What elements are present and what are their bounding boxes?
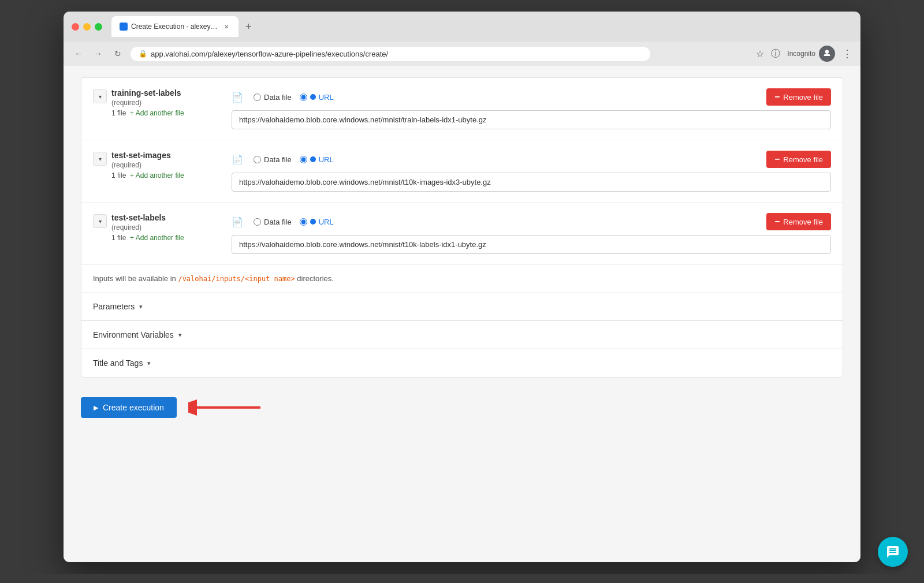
url-text: app.valohai.com/p/alexey/tensorflow-azur…: [151, 50, 388, 58]
info-icon[interactable]: ⓘ: [771, 48, 780, 60]
active-tab[interactable]: Create Execution - alexey/tens ✕: [111, 16, 239, 37]
address-bar-row: ← → ↻ 🔒 app.valohai.com/p/alexey/tensorf…: [64, 42, 860, 66]
incognito-avatar: [819, 46, 835, 62]
file-icon-3: 📄: [232, 216, 243, 227]
env-vars-chevron: ▾: [178, 331, 182, 339]
input-row-training-set-labels: ▾ training-set-labels (required) 1 file …: [81, 78, 843, 140]
parameters-header[interactable]: Parameters ▾: [81, 293, 843, 320]
browser-actions: ☆ ⓘ Incognito ⋮: [756, 46, 852, 62]
traffic-lights: [72, 23, 102, 31]
remove-file-btn-1[interactable]: Remove file: [766, 88, 831, 106]
star-icon[interactable]: ☆: [756, 48, 764, 59]
file-type-options-3: 📄 Data file URL: [232, 216, 334, 227]
file-icon-2: 📄: [232, 154, 243, 165]
input-right-3: 📄 Data file URL Remove file: [232, 213, 831, 254]
parameters-section: Parameters ▾: [81, 293, 843, 321]
input-name-3: test-set-labels: [111, 213, 220, 222]
close-button[interactable]: [72, 23, 79, 31]
env-vars-section: Environment Variables ▾: [81, 321, 843, 349]
chat-bubble[interactable]: [878, 537, 908, 567]
minimize-button[interactable]: [83, 23, 91, 31]
file-icon-1: 📄: [232, 92, 243, 103]
parameters-chevron: ▾: [139, 303, 143, 311]
url-radio-dot-1: [310, 94, 316, 100]
add-file-btn-2[interactable]: + Add another file: [130, 171, 184, 180]
input-row-test-set-labels: ▾ test-set-labels (required) 1 file + Ad…: [81, 203, 843, 265]
input-count-2: 1 file + Add another file: [111, 171, 220, 180]
file-type-row-3: 📄 Data file URL Remove file: [232, 213, 831, 230]
file-type-row-2: 📄 Data file URL Remove file: [232, 151, 831, 168]
page-content: ▾ training-set-labels (required) 1 file …: [64, 66, 860, 562]
add-file-btn-3[interactable]: + Add another file: [130, 234, 184, 242]
tab-favicon: [120, 23, 128, 31]
parameters-label: Parameters: [93, 302, 135, 311]
input-right-2: 📄 Data file URL Remove file: [232, 151, 831, 192]
title-tags-chevron: ▾: [147, 360, 151, 367]
data-file-option-1[interactable]: Data file: [254, 93, 292, 102]
input-name-1: training-set-labels: [111, 88, 220, 98]
info-prefix: Inputs will be available in: [93, 274, 178, 283]
input-required-1: (required): [111, 99, 220, 107]
input-right-1: 📄 Data file URL Remove file: [232, 88, 831, 129]
browser-window: Create Execution - alexey/tens ✕ + ← → ↻…: [64, 12, 860, 562]
input-name-2: test-set-images: [111, 151, 220, 160]
reload-button[interactable]: ↻: [111, 47, 125, 61]
tab-title: Create Execution - alexey/tens: [131, 23, 219, 31]
new-tab-button[interactable]: +: [242, 21, 255, 33]
remove-file-btn-3[interactable]: Remove file: [766, 213, 831, 230]
url-option-1[interactable]: URL: [300, 93, 334, 102]
collapse-btn-2[interactable]: ▾: [93, 152, 107, 166]
url-input-3[interactable]: [232, 235, 831, 254]
incognito-label: Incognito: [787, 46, 835, 62]
input-label-block-3: test-set-labels (required) 1 file + Add …: [111, 213, 220, 242]
arrow-annotation: [188, 395, 263, 420]
back-button[interactable]: ←: [72, 47, 85, 61]
info-suffix: directories.: [295, 274, 334, 283]
collapse-btn-3[interactable]: ▾: [93, 214, 107, 228]
url-radio-dot-3: [310, 219, 316, 225]
input-row-test-set-images: ▾ test-set-images (required) 1 file + Ad…: [81, 140, 843, 203]
file-type-row-1: 📄 Data file URL Remove file: [232, 88, 831, 106]
browser-titlebar: Create Execution - alexey/tens ✕ +: [64, 12, 860, 42]
maximize-button[interactable]: [95, 23, 102, 31]
input-left-training-set-labels: ▾ training-set-labels (required) 1 file …: [93, 88, 220, 117]
input-count-3: 1 file + Add another file: [111, 234, 220, 242]
env-vars-header[interactable]: Environment Variables ▾: [81, 321, 843, 349]
input-required-2: (required): [111, 161, 220, 169]
input-left-test-set-labels: ▾ test-set-labels (required) 1 file + Ad…: [93, 213, 220, 242]
address-bar[interactable]: 🔒 app.valohai.com/p/alexey/tensorflow-az…: [131, 47, 650, 61]
data-file-option-2[interactable]: Data file: [254, 155, 292, 164]
title-tags-label: Title and Tags: [93, 358, 143, 368]
forward-button[interactable]: →: [91, 47, 105, 61]
info-text: Inputs will be available in /valohai/inp…: [81, 265, 843, 293]
url-option-3[interactable]: URL: [300, 218, 334, 226]
url-option-2[interactable]: URL: [300, 155, 334, 164]
file-type-options-1: 📄 Data file URL: [232, 92, 334, 103]
input-required-3: (required): [111, 223, 220, 231]
tab-bar: Create Execution - alexey/tens ✕ +: [111, 16, 852, 37]
lock-icon: 🔒: [139, 50, 147, 58]
input-label-block-1: training-set-labels (required) 1 file + …: [111, 88, 220, 117]
data-file-option-3[interactable]: Data file: [254, 218, 292, 226]
url-input-2[interactable]: [232, 173, 831, 192]
url-input-1[interactable]: [232, 110, 831, 129]
url-radio-dot-2: [310, 156, 316, 162]
form-container: ▾ training-set-labels (required) 1 file …: [81, 77, 843, 378]
remove-file-btn-2[interactable]: Remove file: [766, 151, 831, 168]
create-execution-button[interactable]: Create execution: [81, 397, 177, 418]
input-left-test-set-images: ▾ test-set-images (required) 1 file + Ad…: [93, 151, 220, 180]
tab-close-icon[interactable]: ✕: [222, 23, 230, 31]
env-vars-label: Environment Variables: [93, 330, 174, 339]
info-code: /valohai/inputs/<input name>: [178, 275, 295, 283]
input-count-1: 1 file + Add another file: [111, 109, 220, 117]
file-type-options-2: 📄 Data file URL: [232, 154, 334, 165]
bottom-actions: Create execution: [81, 378, 843, 432]
input-label-block-2: test-set-images (required) 1 file + Add …: [111, 151, 220, 180]
collapse-btn-1[interactable]: ▾: [93, 89, 107, 103]
add-file-btn-1[interactable]: + Add another file: [130, 109, 184, 117]
title-tags-section: Title and Tags ▾: [81, 349, 843, 377]
title-tags-header[interactable]: Title and Tags ▾: [81, 349, 843, 377]
menu-icon[interactable]: ⋮: [842, 47, 852, 60]
